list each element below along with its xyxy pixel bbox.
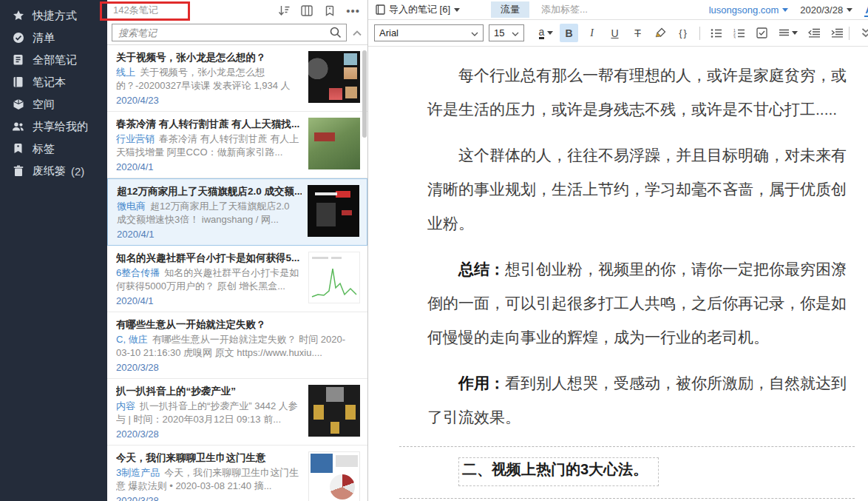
- search-input[interactable]: [112, 24, 347, 41]
- note-date: 2020/4/1: [116, 295, 302, 307]
- note-thumbnail: [308, 252, 360, 303]
- bold-label: 作用：: [458, 374, 505, 391]
- underline-glyph: U: [611, 27, 618, 39]
- sidebar-item-notebooks[interactable]: 笔记本: [0, 71, 107, 93]
- outdent-button[interactable]: [805, 24, 824, 42]
- sidebar-item-shortcuts[interactable]: 快捷方式: [0, 4, 107, 27]
- underline-button[interactable]: U: [606, 24, 624, 42]
- list-item[interactable]: 知名的兴趣社群平台小打卡是如何获得5... 6整合传播知名的兴趣社群平台小打卡是…: [107, 246, 367, 312]
- view-mode-icon[interactable]: [300, 4, 313, 17]
- note-thumbnail: [308, 451, 360, 501]
- editor-topbar: 导入的笔记 [6] 流量 添加标签... lusongsong.com 2020…: [368, 0, 868, 20]
- chevron-down-icon: [471, 27, 478, 38]
- sidebar-item-label: 清单: [33, 31, 55, 45]
- source-domain-dropdown[interactable]: lusongsong.com: [709, 4, 789, 16]
- people-icon: [12, 121, 24, 133]
- sidebar-item-all-notes[interactable]: 全部笔记: [0, 49, 107, 71]
- bold-glyph: B: [565, 27, 572, 39]
- more-options-icon[interactable]: •••: [346, 4, 360, 17]
- bold-label: 总结：: [458, 260, 505, 278]
- note-tag[interactable]: 行业营销: [116, 133, 155, 144]
- note-date-dropdown[interactable]: 2020/3/28: [800, 4, 852, 16]
- editor-content[interactable]: 每个行业总有那么一帮有理想的人，或许是家庭贫穷，或许是生活的压力，或许是身残志不…: [368, 47, 868, 501]
- sidebar-item-label: 废纸篓: [33, 164, 66, 178]
- sidebar-item-tags[interactable]: 标签: [0, 138, 107, 160]
- numbered-list-button[interactable]: 123: [730, 24, 748, 42]
- notebook-icon: [12, 76, 24, 89]
- align-button[interactable]: [776, 24, 801, 42]
- paragraph: 总结：想引创业粉，视频里的你，请你一定把你最穷困潦倒的一面，可以引起很多打工人共…: [427, 252, 849, 354]
- chevron-down-icon: [847, 8, 852, 12]
- account-avatar[interactable]: A: [864, 3, 868, 17]
- chevron-down-icon: [782, 8, 788, 12]
- outdent-icon: [808, 28, 821, 38]
- code-button[interactable]: {}: [674, 24, 693, 42]
- note-list-panel: 142条笔记 •••: [107, 0, 367, 501]
- highlighter-button[interactable]: [651, 24, 670, 42]
- sidebar-item-label: 标签: [33, 142, 55, 156]
- indent-icon: [831, 28, 844, 38]
- note-tag[interactable]: 线上: [116, 67, 135, 78]
- trash-icon: [12, 165, 24, 178]
- italic-button[interactable]: I: [583, 24, 601, 42]
- note-title: 关于视频号，张小龙是怎么想的？: [116, 51, 302, 64]
- note-list-scrollbar[interactable]: [362, 50, 367, 138]
- code-glyph: {}: [679, 27, 688, 38]
- all-notes-icon: [12, 54, 24, 67]
- sidebar-item-checklist[interactable]: 清单: [0, 27, 107, 49]
- strikethrough-button[interactable]: T: [628, 24, 647, 42]
- list-item[interactable]: 扒一扒抖音上的“抄袭产业” 内容扒一扒抖音上的“抄袭产业” 3442 人参与 |…: [107, 379, 367, 445]
- sidebar-item-spaces[interactable]: 空间: [0, 93, 107, 115]
- note-tag[interactable]: 3制造产品: [116, 467, 160, 478]
- note-title: 扒一扒抖音上的“抄袭产业”: [116, 385, 302, 398]
- check-circle-icon: [12, 32, 24, 44]
- note-date-label: 2020/3/28: [800, 4, 843, 16]
- checkbox-list-button[interactable]: [753, 24, 771, 42]
- list-item-selected[interactable]: 超12万商家用上了天猫旗舰店2.0 成交额... 微电商超12万商家用上了天猫旗…: [107, 178, 367, 246]
- search-icon[interactable]: [329, 26, 342, 42]
- folder-selector[interactable]: 导入的笔记 [6]: [376, 3, 460, 16]
- numbered-list-icon: 123: [733, 28, 745, 38]
- note-excerpt: 关于视频号，张小龙是怎么想的？-20200327早读课 发表评论 1,934 人…: [116, 67, 291, 93]
- list-item[interactable]: 今天，我们来聊聊卫生巾这门生意 3制造产品今天，我们来聊聊卫生巾这门生意 爆款法…: [107, 445, 367, 501]
- sidebar-item-shared-with-me[interactable]: 共享给我的: [0, 115, 107, 138]
- font-color-button[interactable]: a: [537, 24, 555, 42]
- note-tag[interactable]: 6整合传播: [116, 267, 160, 278]
- toolbar-separator: [849, 27, 850, 40]
- bold-button[interactable]: B: [560, 24, 578, 42]
- sort-icon[interactable]: [277, 4, 291, 17]
- note-tag[interactable]: 微电商: [117, 201, 146, 212]
- chevron-down-icon: [547, 31, 553, 35]
- list-item[interactable]: 有哪些生意从一开始就注定失败？ C, 做庄有哪些生意从一开始就注定失败？ 时间 …: [107, 312, 367, 379]
- note-thumbnail: [308, 51, 360, 103]
- tag-filter-icon[interactable]: [323, 4, 336, 17]
- note-list-header: 142条笔记 •••: [107, 0, 367, 21]
- list-item[interactable]: 春茶冷清 有人转行割甘蔗 有人上天猫找... 行业营销春茶冷清 有人转行割甘蔗 …: [107, 112, 367, 178]
- note-thumbnail: [308, 185, 359, 237]
- font-color-glyph: a: [539, 27, 545, 39]
- font-family-select[interactable]: Arial: [374, 24, 484, 41]
- note-tag[interactable]: 内容: [116, 400, 135, 411]
- app-window: 快捷方式 清单 全部笔记 笔记本 空间: [0, 0, 868, 501]
- note-title: 有哪些生意从一开始就注定失败？: [116, 318, 354, 332]
- font-size-select[interactable]: 15: [489, 24, 524, 41]
- section-heading: 二、视频上热门的3大心法。: [458, 457, 659, 486]
- search-row: [107, 21, 367, 44]
- paragraph: 每个行业总有那么一帮有理想的人，或许是家庭贫穷，或许是生活的压力，或许是身残志不…: [427, 58, 849, 127]
- note-date: 2020/4/1: [117, 228, 302, 241]
- more-tools-button[interactable]: [856, 24, 868, 42]
- star-icon: [12, 10, 24, 22]
- bullet-list-button[interactable]: [707, 24, 725, 42]
- add-tag-button[interactable]: 添加标签...: [541, 3, 588, 16]
- note-title: 超12万商家用上了天猫旗舰店2.0 成交额...: [117, 185, 302, 198]
- indent-button[interactable]: [828, 24, 847, 42]
- note-tag-pill[interactable]: 流量: [491, 1, 529, 18]
- collapse-chevron-icon[interactable]: [353, 26, 362, 39]
- list-item[interactable]: 关于视频号，张小龙是怎么想的？ 线上关于视频号，张小龙是怎么想的？-202003…: [107, 45, 367, 112]
- note-thumbnail: [308, 385, 360, 437]
- note-tag[interactable]: C, 做庄: [116, 334, 148, 345]
- sidebar-item-trash[interactable]: 废纸篓 (2): [0, 160, 107, 182]
- checkbox-icon: [756, 27, 767, 38]
- note-date: 2020/3/28: [116, 494, 302, 501]
- note-title: 今天，我们来聊聊卫生巾这门生意: [116, 451, 302, 465]
